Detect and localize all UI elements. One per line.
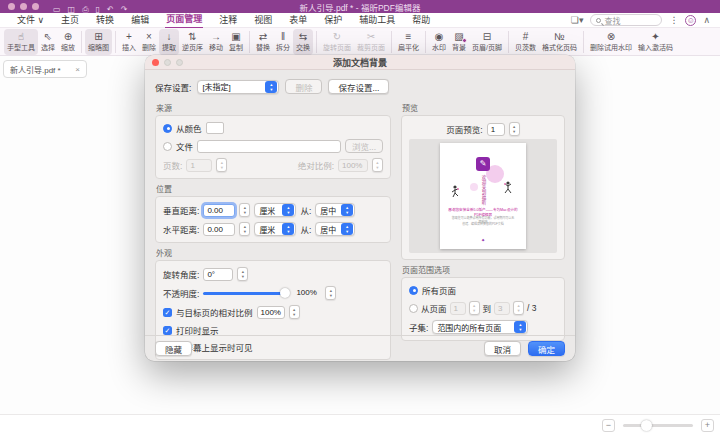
header-footer-label: 页眉/页脚	[472, 43, 502, 52]
all-pages-radio[interactable]	[409, 286, 418, 295]
file-path-input[interactable]	[197, 140, 341, 153]
page-preview-stepper[interactable]	[509, 122, 520, 136]
dialog-zoom-button	[176, 59, 183, 66]
remove-trial-watermark-label: 删除试用水印	[590, 43, 632, 52]
page-range-radio[interactable]	[409, 304, 418, 313]
opacity-slider-thumb[interactable]	[280, 288, 290, 298]
rotation-stepper[interactable]	[237, 267, 248, 281]
horizontal-distance-stepper[interactable]	[239, 222, 250, 236]
tab-close-icon[interactable]: ×	[75, 65, 80, 74]
horizontal-unit-select[interactable]: 厘米	[254, 222, 296, 236]
menu-item-help[interactable]: 帮助	[411, 12, 431, 28]
relative-scale-input[interactable]: 100%	[257, 306, 285, 319]
zoom-out-button[interactable]: −	[602, 419, 615, 432]
dialog-minimize-button	[164, 59, 171, 66]
menu-item-edit[interactable]: 编辑	[130, 12, 150, 28]
ribbon-button-move-page[interactable]: →移动	[206, 29, 226, 55]
crop-page-label: 裁剪页面	[357, 43, 385, 52]
ribbon-button-insert-page[interactable]: +插入	[119, 29, 139, 55]
maximize-window-button[interactable]	[32, 3, 39, 10]
horizontal-from-select[interactable]: 居中	[315, 222, 355, 236]
abs-scale-stepper	[372, 158, 383, 172]
select-icon: ⇖	[44, 31, 52, 43]
ribbon-button-hand-tool[interactable]: ☝手型工具	[4, 29, 38, 55]
page-preview-label: 页面预览:	[446, 123, 482, 135]
source-group-title: 来源	[156, 102, 391, 113]
ribbon-button-select[interactable]: ⇖选择	[38, 29, 58, 55]
ribbon-button-reverse-pages[interactable]: ⇅逆页序	[179, 29, 206, 55]
ribbon-button-replace-page[interactable]: ⇄替换	[253, 29, 273, 55]
relative-scale-stepper[interactable]	[289, 305, 300, 319]
ribbon-button-extract-page[interactable]: ↓提取	[159, 29, 179, 55]
watermark-label: 水印	[432, 43, 446, 52]
menubar-items: 文件 ∨主页转换编辑页面管理注释视图表单保护辅助工具帮助	[16, 11, 446, 29]
flatten-icon: ≡	[406, 31, 412, 43]
ribbon-button-background[interactable]: ▨背景	[449, 29, 469, 55]
ribbon-button-header-footer[interactable]: ⊟页眉/页脚	[469, 29, 505, 55]
menu-item-home[interactable]: 主页	[60, 12, 80, 28]
menu-item-page-management[interactable]: 页面管理	[165, 11, 203, 29]
more-options-icon[interactable]: ⋮	[669, 15, 678, 25]
opacity-value: 100%	[293, 287, 321, 300]
page-range-group-title: 页面范围选项	[402, 264, 565, 275]
hide-button[interactable]: 隐藏	[155, 341, 192, 356]
ribbon-button-format-page-numbers[interactable]: №格式化页码	[539, 29, 580, 55]
subset-select[interactable]: 范围内的所有页面	[432, 320, 528, 334]
ribbon-button-bates-numbering[interactable]: #贝茨数	[512, 29, 539, 55]
menu-item-comment[interactable]: 注释	[218, 12, 238, 28]
dialog-close-button[interactable]	[152, 59, 159, 66]
ribbon-button-thumbnails[interactable]: ⊞缩略图	[85, 29, 112, 55]
ribbon-button-zoom[interactable]: ⊕缩放	[58, 29, 78, 55]
opacity-slider[interactable]	[203, 292, 289, 295]
menu-item-convert[interactable]: 转换	[95, 12, 115, 28]
vertical-distance-stepper[interactable]	[239, 203, 250, 217]
format-page-numbers-icon: №	[554, 31, 565, 43]
menu-item-form[interactable]: 表单	[288, 12, 308, 28]
replace-page-icon: ⇄	[259, 31, 267, 43]
ribbon-button-swap-page[interactable]: ⇆交换	[293, 29, 313, 55]
zoom-in-button[interactable]: +	[701, 419, 714, 432]
share-icon[interactable]: ❏▾	[571, 15, 584, 25]
color-swatch[interactable]	[206, 122, 224, 134]
ribbon-button-enter-activation-code[interactable]: ✦输入激活码	[635, 29, 676, 55]
save-settings-value: [未指定]	[202, 81, 230, 92]
menu-item-accessibility[interactable]: 辅助工具	[358, 12, 396, 28]
horizontal-distance-input[interactable]: 0.00	[203, 223, 235, 236]
from-color-radio[interactable]	[163, 124, 172, 133]
save-setting-button[interactable]: 保存设置...	[328, 79, 389, 94]
minimize-window-button[interactable]	[20, 3, 27, 10]
search-input[interactable]: 查找	[590, 14, 662, 26]
watermark-icon: ◉	[435, 31, 444, 43]
ribbon-button-split-page[interactable]: ‖拆分	[273, 29, 293, 55]
save-settings-row: 保存设置: [未指定] 删除 保存设置...	[155, 79, 565, 94]
relative-scale-checkbox[interactable]: ✓	[163, 308, 172, 317]
collapse-ribbon-icon[interactable]: ∧	[703, 15, 710, 25]
vertical-distance-input[interactable]: 0.00	[203, 204, 235, 217]
dialog-window-controls	[152, 59, 183, 66]
swap-page-icon: ⇆	[299, 31, 307, 43]
menu-item-file[interactable]: 文件 ∨	[16, 12, 45, 28]
opacity-stepper[interactable]	[325, 286, 336, 300]
ribbon-button-flatten[interactable]: ≡扁平化	[395, 29, 422, 55]
vertical-from-select[interactable]: 居中	[315, 203, 355, 217]
user-avatar[interactable]: ☺	[685, 15, 696, 26]
ribbon-button-delete-page[interactable]: ×删除	[139, 29, 159, 55]
rotation-input[interactable]: 0°	[203, 268, 233, 281]
menu-item-view[interactable]: 视图	[253, 12, 273, 28]
ribbon-button-duplicate-page[interactable]: ▣复制	[226, 29, 246, 55]
ok-button[interactable]: 确定	[528, 341, 565, 356]
close-window-button[interactable]	[8, 3, 15, 10]
horizontal-unit-value: 厘米	[259, 224, 275, 235]
from-file-radio[interactable]	[163, 142, 172, 151]
ribbon-button-watermark[interactable]: ◉水印	[429, 29, 449, 55]
document-tab[interactable]: 新人引导.pdf * ×	[3, 60, 87, 78]
cancel-button[interactable]: 取消	[484, 341, 521, 356]
zoom-slider[interactable]	[623, 424, 693, 427]
menu-item-protect[interactable]: 保护	[323, 12, 343, 28]
vertical-unit-select[interactable]: 厘米	[254, 203, 296, 217]
ribbon-button-remove-trial-watermark[interactable]: ⊗删除试用水印	[587, 29, 635, 55]
show-when-print-checkbox[interactable]: ✓	[163, 326, 172, 335]
zoom-slider-thumb[interactable]	[641, 420, 652, 431]
page-preview-input[interactable]: 1	[487, 123, 505, 136]
save-settings-select[interactable]: [未指定]	[197, 80, 279, 94]
